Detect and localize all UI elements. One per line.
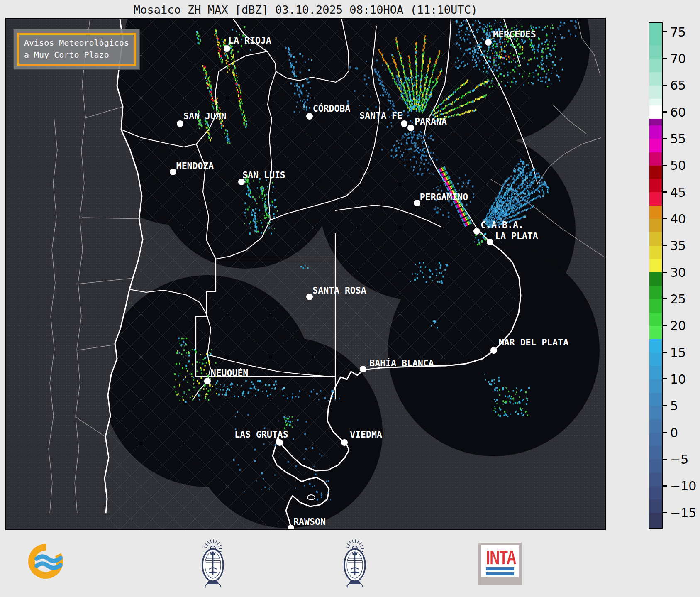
colorbar-tick <box>663 512 667 513</box>
colorbar-tick-label: −15 <box>670 505 696 520</box>
city-dot <box>224 45 230 52</box>
colorbar-tick <box>663 165 667 166</box>
city-dot <box>360 366 366 372</box>
colorbar-segment <box>649 513 662 528</box>
colorbar-segment <box>649 272 662 286</box>
colorbar-tick-label: 35 <box>670 238 686 253</box>
colorbar-segment <box>649 45 662 59</box>
colorbar-segment <box>649 366 662 379</box>
colorbar-segment <box>649 165 662 179</box>
city-label: LA PLATA <box>495 231 538 241</box>
city-label: SAN JUAN <box>183 111 227 121</box>
city-dot <box>487 239 493 245</box>
colorbar-tick-label: 0 <box>670 425 678 440</box>
colorbar-tick <box>663 432 667 433</box>
colorbar-tick-label: 10 <box>670 372 686 386</box>
reflectivity-colorbar <box>649 22 663 529</box>
city-label: PARANÁ <box>415 116 447 127</box>
city-label: RAWSON <box>293 516 326 527</box>
colorbar-tick-label: −5 <box>670 452 688 467</box>
city-dot <box>485 39 492 46</box>
city-dot <box>306 113 313 120</box>
colorbar-segment <box>649 379 662 393</box>
colorbar-segment <box>649 352 662 366</box>
colorbar-tick <box>663 352 667 353</box>
city-dot <box>490 347 497 354</box>
city-label: C.A.B.A. <box>480 220 524 230</box>
warning-badge: Avisos Meteorológicos a Muy Corto Plazo <box>14 29 139 69</box>
colorbar-tick <box>663 85 667 86</box>
colorbar-segment <box>649 259 662 272</box>
colorbar-tick <box>663 138 667 139</box>
colorbar-tick <box>663 459 667 460</box>
colorbar-segment <box>649 459 662 473</box>
city-dot <box>473 228 480 235</box>
colorbar-tick <box>663 111 667 113</box>
colorbar-segment <box>649 152 662 166</box>
city-label: SAN LUIS <box>242 170 285 180</box>
colorbar-tick <box>663 298 667 299</box>
colorbar-segment <box>649 139 662 152</box>
colorbar-segment <box>649 392 662 406</box>
colorbar-tick <box>663 245 667 246</box>
city-dot <box>407 125 414 131</box>
inta-logo-frame: INTA <box>481 545 519 577</box>
colorbar-segment <box>649 245 662 259</box>
inta-bar-2 <box>486 572 514 575</box>
colorbar-segment <box>649 446 662 460</box>
colorbar-segment <box>649 119 662 126</box>
colorbar-tick-label: 25 <box>670 291 686 306</box>
colorbar-tick-label: 55 <box>670 131 686 146</box>
city-label: LAS GRUTAS <box>234 429 288 440</box>
radar-map-frame: LA RIOJASAN JUANMENDOZASAN LUISCÓRDOBASA… <box>5 18 606 530</box>
colorbar-segment <box>649 232 662 246</box>
colorbar-tick-label: 45 <box>670 185 686 199</box>
colorbar-tick-label: 60 <box>670 105 686 119</box>
colorbar-tick <box>663 405 667 406</box>
colorbar-tick <box>663 272 667 273</box>
colorbar-tick-label: 5 <box>670 399 678 413</box>
colorbar-segment <box>649 486 662 499</box>
city-dot <box>276 439 283 446</box>
warning-badge-line1: Avisos Meteorológicos <box>24 37 129 49</box>
city-label: MENDOZA <box>176 161 214 171</box>
colorbar-tick <box>663 325 667 326</box>
city-dot <box>414 200 420 206</box>
colorbar-segment <box>649 85 662 99</box>
colorbar-tick <box>663 191 667 193</box>
colorbar-segment <box>649 419 662 433</box>
colorbar-segment <box>649 406 662 419</box>
colorbar-segment <box>649 299 662 313</box>
colorbar-tick <box>663 485 667 487</box>
inta-bar-1 <box>486 567 514 570</box>
colorbar-segment <box>649 23 662 45</box>
city-label: SANTA FE <box>359 110 402 121</box>
colorbar-segment <box>649 325 662 339</box>
colorbar-tick <box>663 31 667 32</box>
colorbar-tick-label: 50 <box>670 158 686 173</box>
colorbar-segment <box>649 219 662 232</box>
defensa-coat-of-arms-icon <box>197 536 229 588</box>
colorbar-tick-label: 30 <box>670 265 686 279</box>
radar-map: LA RIOJASAN JUANMENDOZASAN LUISCÓRDOBASA… <box>6 19 605 529</box>
city-label: BAHÍA BLANCA <box>369 358 434 368</box>
colorbar-tick-label: 75 <box>670 24 686 39</box>
colorbar-segment <box>649 125 662 139</box>
colorbar-segment <box>649 499 662 513</box>
warning-badge-text: Avisos Meteorológicos a Muy Corto Plazo <box>17 33 136 66</box>
colorbar-segment <box>649 105 662 119</box>
colorbar-segment <box>649 286 662 299</box>
city-dot <box>401 120 407 127</box>
colorbar-tick-label: 65 <box>670 78 686 93</box>
colorbar-tick-label: 70 <box>670 51 686 66</box>
city-label: PERGAMINO <box>420 192 468 202</box>
colorbar-segment <box>649 433 662 446</box>
inta-logo: INTA <box>478 543 522 585</box>
city-dot <box>341 439 348 446</box>
colorbar-segment <box>649 192 662 206</box>
footer-logos: Servicio Meteorológico Nacional Argentin… <box>0 530 700 597</box>
warning-badge-line2: a Muy Corto Plazo <box>24 49 129 61</box>
inta-logo-text: INTA <box>486 546 514 569</box>
colorbar-segment <box>649 179 662 192</box>
colorbar-segment <box>649 472 662 486</box>
